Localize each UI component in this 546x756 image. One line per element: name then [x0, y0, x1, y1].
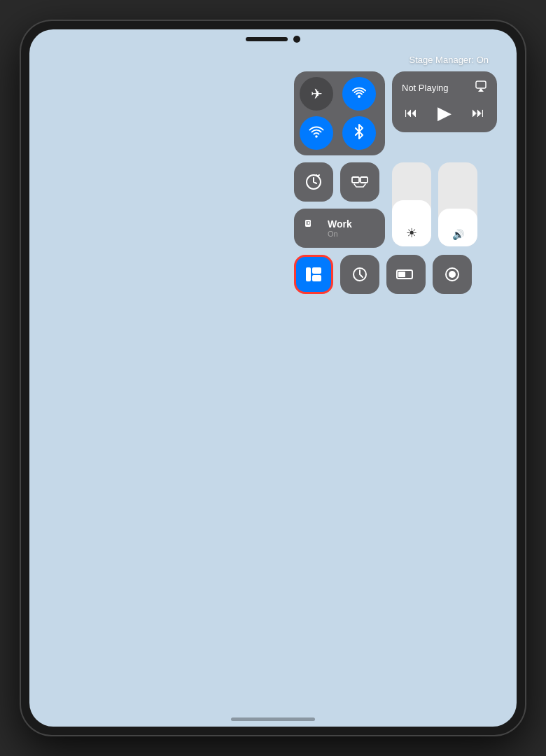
now-playing-text: Not Playing — [402, 83, 448, 93]
focus-work-button[interactable]: ID Work On — [294, 209, 385, 248]
focus-status: On — [328, 230, 352, 238]
control-center: ✈ — [294, 71, 497, 294]
svg-rect-5 — [360, 177, 368, 183]
stage-manager-label: Stage Manager: On — [410, 55, 489, 65]
now-playing-header: Not Playing — [402, 80, 487, 95]
brightness-icon: ☀ — [406, 225, 417, 241]
svg-point-16 — [449, 271, 456, 278]
airplane-icon: ✈ — [311, 85, 323, 102]
volume-icon: 🔊 — [452, 229, 464, 241]
bluetooth-button[interactable] — [342, 116, 376, 150]
svg-rect-9 — [306, 267, 311, 281]
sensor-bar — [246, 37, 288, 41]
brightness-slider[interactable]: ☀ — [392, 162, 431, 246]
svg-rect-2 — [476, 81, 486, 88]
prev-button[interactable]: ⏮ — [405, 106, 417, 120]
screen-lock-button[interactable] — [294, 162, 333, 202]
svg-rect-14 — [398, 272, 405, 277]
airplane-mode-button[interactable]: ✈ — [300, 77, 333, 111]
left-column: ID Work On — [294, 162, 385, 248]
svg-rect-11 — [312, 275, 321, 281]
ipad-screen: Stage Manager: On ✈ — [29, 29, 517, 727]
airplay-icon[interactable] — [475, 80, 487, 95]
now-playing-block: Not Playing ⏮ ▶ ⏭ — [392, 71, 497, 132]
media-controls: ⏮ ▶ ⏭ — [402, 102, 487, 124]
svg-text:ID: ID — [306, 220, 311, 225]
screen-mirror-button[interactable] — [340, 162, 379, 202]
play-button[interactable]: ▶ — [438, 102, 451, 124]
connectivity-block: ✈ — [294, 71, 385, 155]
home-indicator — [231, 718, 315, 721]
next-button[interactable]: ⏭ — [472, 106, 484, 120]
svg-rect-10 — [312, 267, 321, 274]
svg-point-1 — [315, 135, 318, 138]
small-blocks-row — [294, 162, 385, 202]
hotspot-button[interactable] — [342, 77, 376, 111]
focus-icon: ID — [302, 217, 321, 239]
svg-point-0 — [358, 95, 360, 98]
stage-manager-button[interactable] — [294, 255, 333, 294]
sliders-group: ☀ 🔊 — [392, 162, 477, 248]
volume-slider[interactable]: 🔊 — [438, 162, 477, 246]
low-power-button[interactable] — [340, 255, 379, 294]
bluetooth-icon — [352, 123, 366, 144]
connectivity-now-playing-row: ✈ — [294, 71, 497, 155]
battery-button[interactable] — [386, 255, 426, 294]
middle-section: ID Work On ☀ — [294, 162, 497, 248]
hotspot-icon — [351, 84, 368, 104]
top-bar — [29, 29, 517, 49]
svg-rect-4 — [352, 177, 359, 183]
focus-text: Work On — [328, 218, 352, 238]
ipad-frame: Stage Manager: On ✈ — [21, 21, 525, 735]
wifi-button[interactable] — [300, 116, 333, 150]
bottom-icon-row — [294, 255, 497, 294]
focus-name: Work — [328, 218, 352, 230]
screen-record-button[interactable] — [433, 255, 472, 294]
wifi-icon — [308, 123, 325, 144]
camera-dot — [293, 36, 300, 43]
